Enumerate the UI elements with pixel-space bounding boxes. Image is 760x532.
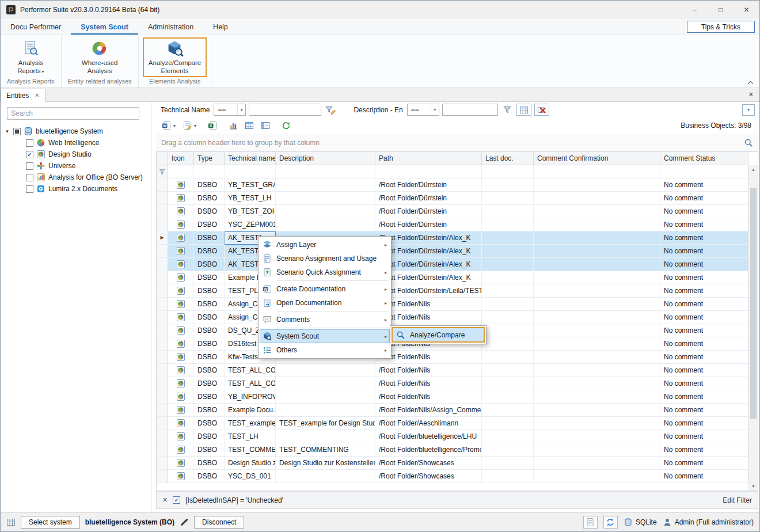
select-system-button[interactable]: Select system: [21, 516, 80, 529]
submenu-item-analyze-compare[interactable]: Analyze/Compare: [392, 327, 485, 343]
table-row[interactable]: DSBOExample Docu.../Root Folder/Nils/Ass…: [157, 404, 758, 417]
menu-item-comments[interactable]: Comments▸: [260, 313, 390, 326]
table-row[interactable]: DSBOAssign_Comm/Root Folder/NilsNo comme…: [157, 298, 758, 311]
collapse-criteria-button[interactable]: ▾: [742, 104, 755, 116]
vertical-scrollbar[interactable]: ▲ ▼: [748, 165, 758, 491]
checkbox-partial[interactable]: [13, 128, 21, 135]
where-used-analysis-button[interactable]: Where-usedAnalysis: [76, 37, 124, 77]
ribbon-tab-administration[interactable]: Administration: [138, 19, 203, 35]
group-by-panel[interactable]: Drag a column header here to group by th…: [156, 134, 758, 151]
description-filter-input[interactable]: [442, 104, 498, 116]
scrollbar-thumb[interactable]: [750, 188, 757, 419]
filter-cell[interactable]: [660, 165, 748, 178]
tree-item-bluetelligence-system[interactable]: ▾bluetelligence System: [1, 126, 151, 137]
tree-item-lumira-2-x-documents[interactable]: Lumira 2.x Documents: [1, 183, 151, 195]
table-view-button[interactable]: [244, 120, 255, 131]
search-grid-icon[interactable]: [744, 138, 753, 147]
table-row[interactable]: DSBOTEST_PLANN/Root Folder/Dürrstein/Lei…: [157, 284, 758, 298]
table-row[interactable]: DSBOTEST_exampleTEST_example for Design …: [157, 417, 758, 430]
tree-item-design-studio[interactable]: ✓Design Studio: [1, 149, 151, 160]
clear-filter-button[interactable]: [534, 104, 549, 116]
chart-button[interactable]: [227, 120, 239, 131]
table-row[interactable]: DSBOAssign_Comm/Root Folder/NilsNo comme…: [157, 311, 758, 324]
pencil-icon[interactable]: [180, 518, 189, 527]
edit-filter-button[interactable]: Edit Filter: [723, 496, 752, 504]
column-header-comment-confirmation[interactable]: Comment Confirmation: [534, 152, 660, 165]
sync-button[interactable]: [603, 516, 618, 529]
analyze-compare-elements-button[interactable]: Analyze/CompareElements: [143, 37, 207, 77]
checkbox-unchecked[interactable]: [26, 162, 33, 170]
tree-item-analysis-for-office-bo-server[interactable]: Analysis for Office (BO Server): [1, 172, 151, 183]
menu-item-open-documentation[interactable]: Open Documentation▸: [260, 296, 390, 310]
close-tabgroup-icon[interactable]: ✕: [748, 91, 754, 98]
table-row[interactable]: DSBOExample Doc/Root Folder/Dürrstein/Al…: [157, 271, 758, 284]
filter-row-toggle-button[interactable]: [516, 104, 531, 116]
table-row[interactable]: DSBOYB_TEST_ZOHO/Root Folder/DürrsteinNo…: [157, 205, 758, 218]
technical-name-filter-input[interactable]: [249, 104, 321, 116]
menu-item-system-scout[interactable]: System Scout▸: [260, 329, 390, 343]
column-header-technical-name[interactable]: Technical name: [225, 152, 276, 165]
checkbox-unchecked[interactable]: [26, 174, 33, 181]
ribbon-tab-help[interactable]: Help: [203, 19, 238, 35]
collapse-ribbon-icon[interactable]: [747, 81, 754, 85]
filter-cell[interactable]: [482, 165, 534, 178]
menu-item-others[interactable]: Others▸: [260, 343, 390, 357]
table-row[interactable]: DSBOYSC_ZEPM001/Root Folder/DürrsteinNo …: [157, 218, 758, 231]
table-row[interactable]: DSBOTEST_LH/Root Folder/bluetelligence/L…: [157, 430, 758, 443]
export-documentation-button[interactable]: ▾: [181, 120, 197, 131]
checkbox-unchecked[interactable]: [26, 139, 33, 147]
description-operator-select[interactable]: == ▾: [407, 104, 439, 116]
refresh-button[interactable]: [280, 120, 292, 131]
close-button[interactable]: ✕: [734, 1, 759, 19]
analysis-reports-button[interactable]: AnalysisReports▾: [12, 37, 50, 78]
chevron-down-icon[interactable]: ▾: [173, 123, 176, 128]
filter-edit-icon[interactable]: [324, 105, 337, 115]
column-header-type[interactable]: Type: [194, 152, 225, 165]
tree-item-universe[interactable]: Universe: [1, 160, 151, 172]
table-row[interactable]: DSBOYB_TEST_GRAPH/Root Folder/DürrsteinN…: [157, 178, 758, 192]
tips-tricks-button[interactable]: Tips & Tricks: [687, 21, 755, 33]
tree-item-web-intelligence[interactable]: Web Intelligence: [1, 137, 151, 149]
filter-cell[interactable]: [225, 165, 276, 178]
table-row[interactable]: DSBODesign Studio z...Design Studio zur …: [157, 457, 758, 470]
menu-item-assign-layer[interactable]: Assign Layer▸: [260, 238, 390, 252]
table-row[interactable]: DSBOYB_TEST_LH/Root Folder/DürrsteinNo c…: [157, 192, 758, 205]
table-row[interactable]: DSBOYB_INFOPROV.../Root Folder/NilsNo co…: [157, 390, 758, 404]
disconnect-button[interactable]: Disconnect: [194, 516, 244, 529]
table-row[interactable]: DSBOAK_TEST2/Root Folder/Dürrstein/Alex_…: [157, 245, 758, 258]
scroll-up-icon[interactable]: ▲: [749, 165, 758, 174]
menu-item-scenario-assignment-and-usage[interactable]: Scenario Assignment and Usage: [260, 252, 390, 265]
maximize-button[interactable]: □: [708, 1, 734, 19]
close-tab-icon[interactable]: ✕: [35, 92, 39, 98]
minimize-button[interactable]: –: [682, 1, 708, 19]
column-header-icon[interactable]: Icon: [168, 152, 194, 165]
filter-cell[interactable]: [276, 165, 375, 178]
table-row[interactable]: DSBOTEST_ALL_CO.../Root Folder/NilsNo co…: [157, 377, 758, 390]
filter-cell[interactable]: [168, 165, 194, 178]
remove-filter-icon[interactable]: ✕: [162, 496, 168, 504]
chevron-down-icon[interactable]: ▾: [431, 104, 439, 115]
menu-item-create-documentation[interactable]: WCreate Documentation▸: [260, 282, 390, 296]
table-row[interactable]: ▶DSBOAK_TEST1/Root Folder/Dürrstein/Alex…: [157, 231, 758, 245]
column-header-last-doc[interactable]: Last doc.: [482, 152, 534, 165]
scroll-down-icon[interactable]: ▼: [749, 482, 758, 491]
table-row[interactable]: DSBOTEST_ALL_CO.../Root Folder/NilsNo co…: [157, 364, 758, 377]
column-header-description[interactable]: Description: [276, 152, 375, 165]
column-header-comment-status[interactable]: Comment Status: [660, 152, 748, 165]
ribbon-tab-docu-performer[interactable]: Docu Performer: [1, 19, 71, 35]
export-word-button[interactable]: W▾: [161, 120, 177, 131]
table-row[interactable]: DSBOAK_TEST3/Root Folder/Dürrstein/Alex_…: [157, 258, 758, 271]
menu-item-scenario-quick-assignment[interactable]: Scenario Quick Assignment▸: [260, 265, 390, 279]
chevron-down-icon[interactable]: ▾: [237, 104, 245, 115]
tab-entities[interactable]: Entities ✕: [1, 89, 45, 102]
technical-name-operator-select[interactable]: == ▾: [214, 104, 246, 116]
log-button[interactable]: [583, 516, 598, 529]
card-view-button[interactable]: [260, 120, 271, 131]
filter-cell[interactable]: [194, 165, 225, 178]
filter-cell[interactable]: [375, 165, 482, 178]
funnel-icon[interactable]: [501, 105, 514, 115]
table-row[interactable]: DSBOKfw-Tests/Root Folder/NilsNo comment: [157, 351, 758, 364]
filter-cell[interactable]: [534, 165, 660, 178]
checkbox-checked[interactable]: ✓: [26, 151, 33, 158]
sidebar-search-input[interactable]: [7, 107, 139, 120]
